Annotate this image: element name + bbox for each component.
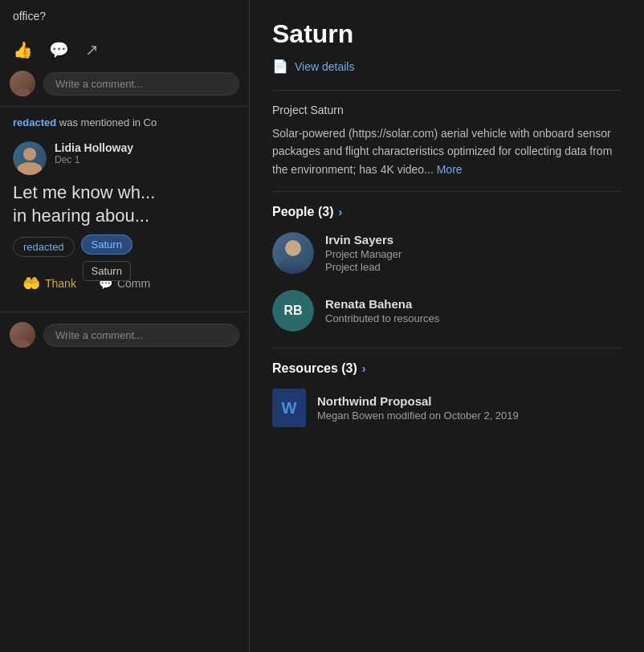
resource-name-northwind[interactable]: Northwind Proposal — [317, 394, 519, 408]
word-doc-icon: W — [272, 389, 306, 427]
clap-icon: 🤲 — [22, 275, 40, 292]
thank-label: Thank — [45, 277, 76, 290]
more-link[interactable]: More — [437, 163, 463, 176]
office-text: office? — [13, 10, 236, 22]
redacted-mention: redacted — [13, 116, 56, 128]
saturn-tooltip: Saturn — [83, 261, 131, 281]
doc-icon: 📄 — [272, 59, 288, 74]
post-body: Let me know wh...in hearing abou... — [13, 181, 236, 227]
resources-section-header[interactable]: Resources (3) › — [272, 361, 622, 376]
person-row-irvin: Irvin Sayers Project Manager Project lea… — [272, 232, 622, 274]
project-description: Solar-powered (https://solar.com) aerial… — [272, 124, 622, 178]
resource-row-northwind: W Northwind Proposal Megan Bowen modifie… — [272, 389, 622, 427]
person-info-irvin: Irvin Sayers Project Manager Project lea… — [325, 233, 401, 273]
avatar-bottom — [10, 322, 35, 348]
tags-row: redacted Saturn Saturn — [13, 237, 236, 257]
post-meta: Lidia Holloway Dec 1 — [55, 141, 133, 165]
avatar-image-top — [10, 71, 35, 96]
renata-initials: RB — [283, 304, 302, 318]
divider-resources — [272, 348, 622, 348]
person-tag-irvin: Project lead — [325, 261, 401, 273]
divider-top — [272, 90, 622, 91]
avatar-renata: RB — [272, 290, 314, 332]
resources-section-label: Resources (3) — [272, 361, 357, 376]
people-section-label: People (3) — [272, 205, 333, 219]
person-role-renata: Contributed to resources — [325, 312, 439, 324]
divider-2 — [0, 312, 249, 312]
project-label: Project Saturn — [272, 104, 622, 116]
share-icon[interactable]: ↗ — [85, 40, 99, 59]
view-details-button[interactable]: 📄 View details — [272, 59, 622, 74]
resource-info-northwind: Northwind Proposal Megan Bowen modified … — [317, 394, 519, 422]
people-section-header[interactable]: People (3) › — [272, 205, 622, 219]
person-row-renata: RB Renata Bahena Contributed to resource… — [272, 290, 622, 332]
comment-icon[interactable]: 💬 — [49, 40, 69, 59]
divider-people — [272, 191, 622, 192]
thank-button[interactable]: 🤲 Thank — [13, 270, 86, 297]
saturn-title: Saturn — [272, 19, 622, 49]
post-card: Lidia Holloway Dec 1 Let me know wh...in… — [0, 135, 249, 308]
top-comment-input-row: Write a comment... — [0, 64, 249, 103]
divider-1 — [0, 106, 249, 107]
tag-redacted[interactable]: redacted — [13, 237, 75, 257]
poster-name: Lidia Holloway — [55, 141, 133, 154]
avatar-lidia-container — [13, 141, 47, 175]
avatar-irvin — [272, 232, 314, 274]
top-message-area: office? — [0, 0, 249, 35]
like-icon[interactable]: 👍 — [13, 40, 33, 59]
person-info-renata: Renata Bahena Contributed to resources — [325, 297, 439, 325]
person-name-irvin[interactable]: Irvin Sayers — [325, 233, 401, 247]
person-name-renata[interactable]: Renata Bahena — [325, 297, 439, 311]
bottom-comment-row: Write a comment... — [0, 316, 249, 354]
top-comment-box[interactable]: Write a comment... — [43, 72, 239, 96]
view-details-label: View details — [295, 60, 354, 73]
avatar-image-bottom — [10, 322, 35, 348]
left-panel: office? 👍 💬 ↗ Write a comment... redacte… — [0, 0, 249, 652]
panel-content: Saturn 📄 View details Project Saturn Sol… — [250, 0, 644, 456]
tag-saturn-container: Saturn Saturn — [81, 237, 132, 257]
person-role-irvin: Project Manager — [325, 248, 401, 260]
right-panel: Saturn 📄 View details Project Saturn Sol… — [249, 0, 644, 652]
avatar-irvin-container — [272, 232, 314, 274]
avatar-renata-container: RB — [272, 290, 314, 332]
post-date: Dec 1 — [55, 154, 133, 165]
tag-saturn[interactable]: Saturn — [81, 234, 132, 255]
bottom-comment-box[interactable]: Write a comment... — [43, 324, 239, 347]
resources-chevron-icon: › — [362, 362, 366, 375]
post-header: Lidia Holloway Dec 1 — [13, 141, 236, 175]
avatar-lidia — [13, 141, 47, 175]
reaction-row: 👍 💬 ↗ — [0, 35, 249, 64]
mention-suffix: was mentioned in Co — [59, 116, 157, 128]
avatar-top — [10, 71, 35, 96]
resource-meta-northwind: Megan Bowen modified on October 2, 2019 — [317, 410, 519, 422]
people-chevron-icon: › — [338, 206, 342, 218]
mention-notification: redacted was mentioned in Co — [0, 110, 249, 135]
word-w-letter: W — [282, 399, 297, 418]
